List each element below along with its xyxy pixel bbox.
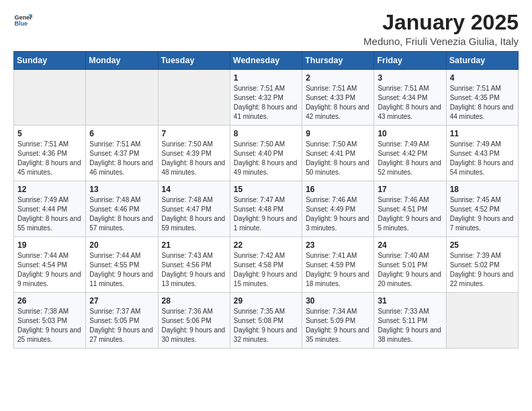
day-info: Sunrise: 7:51 AM Sunset: 4:34 PM Dayligh… (378, 84, 442, 122)
day-info: Sunrise: 7:47 AM Sunset: 4:48 PM Dayligh… (234, 195, 298, 233)
calendar-cell: 4Sunrise: 7:51 AM Sunset: 4:35 PM Daylig… (446, 70, 518, 126)
location-title: Meduno, Friuli Venezia Giulia, Italy (363, 36, 519, 47)
day-number: 24 (378, 240, 442, 250)
day-number: 27 (89, 296, 154, 306)
calendar-cell (14, 70, 86, 126)
day-info: Sunrise: 7:49 AM Sunset: 4:42 PM Dayligh… (378, 140, 442, 177)
day-number: 7 (162, 129, 226, 138)
day-info: Sunrise: 7:51 AM Sunset: 4:35 PM Dayligh… (450, 84, 515, 122)
day-info: Sunrise: 7:37 AM Sunset: 5:05 PM Dayligh… (89, 307, 154, 345)
day-info: Sunrise: 7:44 AM Sunset: 4:54 PM Dayligh… (17, 251, 82, 289)
day-number: 30 (306, 296, 370, 306)
weekday-header-wednesday: Wednesday (230, 52, 302, 70)
calendar-cell: 15Sunrise: 7:47 AM Sunset: 4:48 PM Dayli… (230, 181, 302, 237)
day-info: Sunrise: 7:42 AM Sunset: 4:58 PM Dayligh… (234, 251, 298, 289)
calendar-cell: 29Sunrise: 7:35 AM Sunset: 5:08 PM Dayli… (230, 293, 302, 349)
calendar-cell: 2Sunrise: 7:51 AM Sunset: 4:33 PM Daylig… (302, 70, 374, 126)
day-info: Sunrise: 7:48 AM Sunset: 4:46 PM Dayligh… (89, 195, 154, 233)
calendar-table: SundayMondayTuesdayWednesdayThursdayFrid… (13, 51, 519, 349)
day-info: Sunrise: 7:50 AM Sunset: 4:41 PM Dayligh… (306, 140, 370, 177)
day-number: 28 (162, 296, 226, 306)
day-info: Sunrise: 7:39 AM Sunset: 5:02 PM Dayligh… (450, 251, 515, 289)
calendar-week-row: 26Sunrise: 7:38 AM Sunset: 5:03 PM Dayli… (14, 293, 519, 349)
calendar-cell: 3Sunrise: 7:51 AM Sunset: 4:34 PM Daylig… (374, 70, 446, 126)
day-info: Sunrise: 7:50 AM Sunset: 4:40 PM Dayligh… (234, 140, 298, 177)
day-info: Sunrise: 7:40 AM Sunset: 5:01 PM Dayligh… (378, 251, 442, 289)
calendar-cell: 7Sunrise: 7:50 AM Sunset: 4:39 PM Daylig… (158, 126, 230, 181)
day-number: 2 (306, 73, 370, 83)
day-number: 22 (234, 240, 298, 250)
calendar-cell: 26Sunrise: 7:38 AM Sunset: 5:03 PM Dayli… (14, 293, 86, 349)
day-number: 18 (450, 185, 515, 194)
calendar-cell: 20Sunrise: 7:44 AM Sunset: 4:55 PM Dayli… (86, 237, 158, 293)
day-number: 5 (17, 129, 82, 138)
day-info: Sunrise: 7:46 AM Sunset: 4:51 PM Dayligh… (378, 195, 442, 233)
calendar-cell: 30Sunrise: 7:34 AM Sunset: 5:09 PM Dayli… (302, 293, 374, 349)
day-number: 8 (234, 129, 298, 138)
weekday-header-sunday: Sunday (14, 52, 86, 70)
calendar-cell: 19Sunrise: 7:44 AM Sunset: 4:54 PM Dayli… (14, 237, 86, 293)
calendar-cell: 31Sunrise: 7:33 AM Sunset: 5:11 PM Dayli… (374, 293, 446, 349)
calendar-cell (446, 293, 518, 349)
day-number: 14 (162, 185, 226, 194)
calendar-cell: 17Sunrise: 7:46 AM Sunset: 4:51 PM Dayli… (374, 181, 446, 237)
calendar-week-row: 19Sunrise: 7:44 AM Sunset: 4:54 PM Dayli… (14, 237, 519, 293)
day-info: Sunrise: 7:46 AM Sunset: 4:49 PM Dayligh… (306, 195, 370, 233)
day-info: Sunrise: 7:51 AM Sunset: 4:37 PM Dayligh… (89, 140, 154, 177)
logo: General Blue (13, 11, 32, 30)
title-block: January 2025 Meduno, Friuli Venezia Giul… (363, 11, 519, 47)
day-number: 23 (306, 240, 370, 250)
day-number: 31 (378, 296, 442, 306)
calendar-cell: 8Sunrise: 7:50 AM Sunset: 4:40 PM Daylig… (230, 126, 302, 181)
day-number: 12 (17, 185, 82, 194)
calendar-cell: 9Sunrise: 7:50 AM Sunset: 4:41 PM Daylig… (302, 126, 374, 181)
calendar-cell: 21Sunrise: 7:43 AM Sunset: 4:56 PM Dayli… (158, 237, 230, 293)
header: General Blue January 2025 Meduno, Friuli… (13, 11, 519, 47)
calendar-cell: 22Sunrise: 7:42 AM Sunset: 4:58 PM Dayli… (230, 237, 302, 293)
day-number: 21 (162, 240, 226, 250)
weekday-header-monday: Monday (86, 52, 158, 70)
day-number: 16 (306, 185, 370, 194)
svg-text:Blue: Blue (14, 20, 28, 27)
calendar-cell: 1Sunrise: 7:51 AM Sunset: 4:32 PM Daylig… (230, 70, 302, 126)
day-number: 19 (17, 240, 82, 250)
day-info: Sunrise: 7:43 AM Sunset: 4:56 PM Dayligh… (162, 251, 226, 289)
calendar-cell: 11Sunrise: 7:49 AM Sunset: 4:43 PM Dayli… (446, 126, 518, 181)
day-info: Sunrise: 7:33 AM Sunset: 5:11 PM Dayligh… (378, 307, 442, 345)
weekday-header-friday: Friday (374, 52, 446, 70)
calendar-week-row: 12Sunrise: 7:49 AM Sunset: 4:44 PM Dayli… (14, 181, 519, 237)
day-number: 9 (306, 129, 370, 138)
day-info: Sunrise: 7:36 AM Sunset: 5:06 PM Dayligh… (162, 307, 226, 345)
day-info: Sunrise: 7:49 AM Sunset: 4:44 PM Dayligh… (17, 195, 82, 233)
day-number: 29 (234, 296, 298, 306)
day-number: 1 (234, 73, 298, 83)
calendar-cell: 14Sunrise: 7:48 AM Sunset: 4:47 PM Dayli… (158, 181, 230, 237)
day-info: Sunrise: 7:49 AM Sunset: 4:43 PM Dayligh… (450, 140, 515, 177)
calendar-cell: 10Sunrise: 7:49 AM Sunset: 4:42 PM Dayli… (374, 126, 446, 181)
day-info: Sunrise: 7:48 AM Sunset: 4:47 PM Dayligh… (162, 195, 226, 233)
page-container: General Blue January 2025 Meduno, Friuli… (0, 0, 532, 359)
calendar-week-row: 5Sunrise: 7:51 AM Sunset: 4:36 PM Daylig… (14, 126, 519, 181)
day-number: 26 (17, 296, 82, 306)
day-info: Sunrise: 7:50 AM Sunset: 4:39 PM Dayligh… (162, 140, 226, 177)
calendar-cell: 23Sunrise: 7:41 AM Sunset: 4:59 PM Dayli… (302, 237, 374, 293)
calendar-cell (86, 70, 158, 126)
calendar-cell: 16Sunrise: 7:46 AM Sunset: 4:49 PM Dayli… (302, 181, 374, 237)
day-number: 4 (450, 73, 515, 83)
calendar-cell: 12Sunrise: 7:49 AM Sunset: 4:44 PM Dayli… (14, 181, 86, 237)
day-number: 15 (234, 185, 298, 194)
weekday-header-row: SundayMondayTuesdayWednesdayThursdayFrid… (14, 52, 519, 70)
weekday-header-thursday: Thursday (302, 52, 374, 70)
weekday-header-saturday: Saturday (446, 52, 518, 70)
day-info: Sunrise: 7:44 AM Sunset: 4:55 PM Dayligh… (89, 251, 154, 289)
day-number: 25 (450, 240, 515, 250)
day-number: 17 (378, 185, 442, 194)
calendar-cell: 24Sunrise: 7:40 AM Sunset: 5:01 PM Dayli… (374, 237, 446, 293)
day-number: 11 (450, 129, 515, 138)
day-info: Sunrise: 7:45 AM Sunset: 4:52 PM Dayligh… (450, 195, 515, 233)
calendar-cell (158, 70, 230, 126)
day-info: Sunrise: 7:51 AM Sunset: 4:33 PM Dayligh… (306, 84, 370, 122)
calendar-cell: 13Sunrise: 7:48 AM Sunset: 4:46 PM Dayli… (86, 181, 158, 237)
day-info: Sunrise: 7:38 AM Sunset: 5:03 PM Dayligh… (17, 307, 82, 345)
calendar-cell: 27Sunrise: 7:37 AM Sunset: 5:05 PM Dayli… (86, 293, 158, 349)
